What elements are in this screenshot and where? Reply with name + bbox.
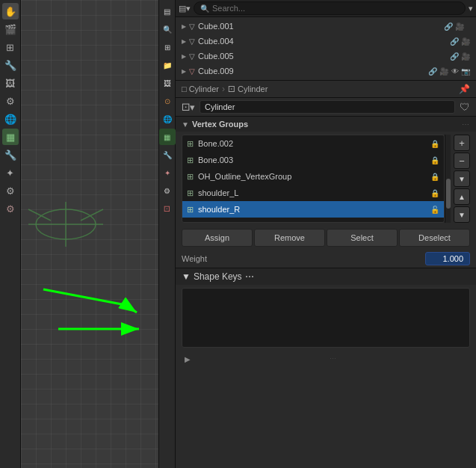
triangle-icon: ▽ [189, 52, 195, 61]
eye-icon: 👁 📷 [451, 67, 470, 76]
vg-name-selected: shoulder_R [198, 205, 426, 214]
vg-list-wrap: ⊞ Bone.002 🔒 ⊞ Bone.003 🔒 ⊞ OH_Outline_V… [182, 135, 451, 223]
play-button[interactable]: ▶ [182, 353, 194, 365]
vg-grid-icon: ⊞ [187, 205, 194, 215]
section-dots: ⋯ [462, 120, 470, 129]
shape-title: Shape Keys [194, 271, 242, 282]
sec-toolbar-icon-10[interactable]: ✦ [159, 164, 176, 181]
outliner-row[interactable]: ▶ ▽ Cube.005 🔗 🎥 [176, 49, 476, 64]
sec-toolbar-icon-3[interactable]: ⊞ [159, 39, 176, 55]
breadcrumb-item-2[interactable]: ⚀ Cylinder [228, 84, 268, 94]
outliner-filter-icon[interactable]: ▾ [469, 4, 473, 13]
section-chevron: ▼ [182, 120, 189, 129]
object-type-icon: ⚀▾ [182, 102, 195, 113]
object-name-input[interactable] [200, 100, 455, 114]
expand-icon: ▶ [182, 53, 186, 60]
triangle-icon: ▽ [189, 22, 195, 31]
row-icons: 🔗 🎥 [450, 52, 470, 61]
sec-toolbar-icon-6[interactable]: ⊙ [159, 93, 176, 109]
section-header[interactable]: ▼ Vertex Groups ⋯ [176, 117, 476, 132]
search-input[interactable] [212, 4, 459, 13]
toolbar-globe-icon[interactable]: 🌐 [2, 111, 19, 127]
toolbar-star-icon[interactable]: ✦ [2, 164, 19, 181]
section-title: Vertex Groups [192, 120, 248, 129]
toolbar-hand-icon[interactable]: ✋ [2, 3, 19, 19]
expand-icon: ▶ [182, 38, 186, 45]
outliner-row[interactable]: ▶ ▽ Cube.009 🔗 🎥 👁 📷 [176, 64, 476, 78]
breadcrumb-item-1[interactable]: □ Cylinder [182, 84, 219, 93]
viewport-grid [21, 0, 158, 468]
vg-grid-icon: ⊞ [187, 172, 194, 182]
toolbar-shader-icon[interactable]: ⚙ [2, 200, 19, 217]
shape-dots: ⋯ [245, 271, 254, 282]
left-toolbar: ✋ 🎬 ⊞ 🔧 🖼 ⚙ 🌐 ▦ 🔧 ✦ ⚙ ⚙ [0, 0, 21, 468]
outliner-search-box[interactable]: 🔍 [194, 1, 466, 15]
viewport[interactable] [21, 0, 159, 468]
triangle-icon: ▽ [189, 37, 195, 46]
breadcrumb-label-1: Cylinder [189, 84, 219, 93]
sec-toolbar-icon-1[interactable]: ▤ [159, 3, 176, 19]
shape-keys-header[interactable]: ▼ Shape Keys ⋯ [176, 268, 476, 285]
sec-toolbar-icon-4[interactable]: 📁 [159, 57, 176, 73]
toolbar-image-icon[interactable]: 🖼 [2, 75, 19, 91]
vg-grid-icon: ⊞ [187, 188, 194, 198]
shape-keys-body [182, 288, 470, 348]
search-icon: 🔍 [200, 4, 209, 13]
shape-keys-section: ▼ Shape Keys ⋯ ▶ ⋯ [176, 268, 476, 367]
outliner-row[interactable]: ▶ ▽ Cube.001 🔗 🎥 [176, 19, 476, 34]
breadcrumb-separator: › [222, 84, 225, 94]
vg-item[interactable]: ⊞ shoulder_L 🔒 [182, 185, 444, 201]
outliner-header: ▤▾ 🔍 ▾ [176, 0, 476, 17]
row-icons: 🔗 🎥 [444, 22, 464, 31]
weight-label: Weight [182, 254, 422, 263]
sec-toolbar-icon-11[interactable]: ⚙ [159, 182, 176, 199]
vg-movedown-button[interactable]: ▼ [454, 170, 470, 187]
vg-add-button[interactable]: + [454, 135, 470, 151]
toolbar-properties-icon[interactable]: 🔧 [2, 57, 19, 73]
lock-icon: 🔒 [430, 173, 439, 181]
pin-icon[interactable]: 📌 [459, 84, 470, 94]
vg-item-selected[interactable]: ⊞ shoulder_R 🔓 [182, 201, 444, 218]
sec-toolbar-icon-7[interactable]: 🌐 [159, 111, 176, 127]
sec-toolbar-icon-12[interactable]: ⚀ [159, 200, 176, 217]
vg-item[interactable]: ⊞ Bone.002 🔒 [182, 135, 444, 152]
vg-scrollbar[interactable] [445, 135, 451, 223]
vg-name: shoulder_L [198, 188, 426, 197]
select-button[interactable]: Select [327, 229, 398, 247]
toolbar-grid-icon[interactable]: ⊞ [2, 39, 19, 55]
vg-moveup-button[interactable]: ▲ [454, 188, 470, 205]
weight-value[interactable]: 1.000 [425, 252, 470, 265]
sec-toolbar-mesh-active[interactable]: ▦ [159, 129, 176, 145]
toolbar-wrench-icon[interactable]: 🔧 [2, 147, 19, 163]
vg-name: Bone.002 [198, 139, 426, 148]
outliner: ▤▾ 🔍 ▾ ▶ ▽ Cube.001 🔗 🎥 ▶ ▽ [176, 0, 476, 81]
vg-item[interactable]: ⊞ Bone.003 🔒 [182, 152, 444, 168]
shape-chevron: ▼ [182, 271, 191, 282]
vg-remove-button[interactable]: − [454, 153, 470, 169]
shape-footer: ▶ ⋯ [176, 351, 476, 367]
properties-header: □ Cylinder › ⚀ Cylinder 📌 [176, 81, 476, 98]
sec-toolbar-icon-2[interactable]: 🔍 [159, 21, 176, 37]
toolbar-mesh-icon[interactable]: ▦ [2, 129, 19, 145]
breadcrumb-label-2: Cylinder [238, 84, 268, 93]
outliner-row[interactable]: ▶ ▽ Cube.004 🔗 🎥 [176, 34, 476, 49]
vg-movedown2-button[interactable]: ▼ [454, 206, 470, 223]
sec-toolbar-icon-5[interactable]: 🖼 [159, 75, 176, 91]
lock-icon: 🔒 [430, 189, 439, 197]
properties-panel: ▤▾ 🔍 ▾ ▶ ▽ Cube.001 🔗 🎥 ▶ ▽ [176, 0, 476, 468]
toolbar-gear-icon[interactable]: ⚙ [2, 182, 19, 199]
obj-name: Cube.004 [198, 37, 447, 46]
vg-scroll-thumb [446, 179, 451, 209]
toolbar-camera-icon[interactable]: 🎬 [2, 21, 19, 37]
toolbar-settings-icon[interactable]: ⚙ [2, 93, 19, 109]
vg-grid-icon: ⊞ [187, 156, 194, 165]
view-icon[interactable]: ▤▾ [179, 4, 191, 13]
remove-button[interactable]: Remove [254, 229, 325, 247]
vg-item[interactable]: ⊞ OH_Outline_VertexGroup 🔒 [182, 168, 444, 185]
vertex-groups-section: ▼ Vertex Groups ⋯ ⊞ Bone.002 🔒 ⊞ Bone.0 [176, 117, 476, 268]
assign-button[interactable]: Assign [182, 229, 253, 247]
sec-toolbar-icon-9[interactable]: 🔧 [159, 147, 176, 163]
row-icons: 🔗 🎥 [428, 67, 448, 76]
expand-icon: ▶ [182, 68, 186, 75]
deselect-button[interactable]: Deselect [399, 229, 470, 247]
